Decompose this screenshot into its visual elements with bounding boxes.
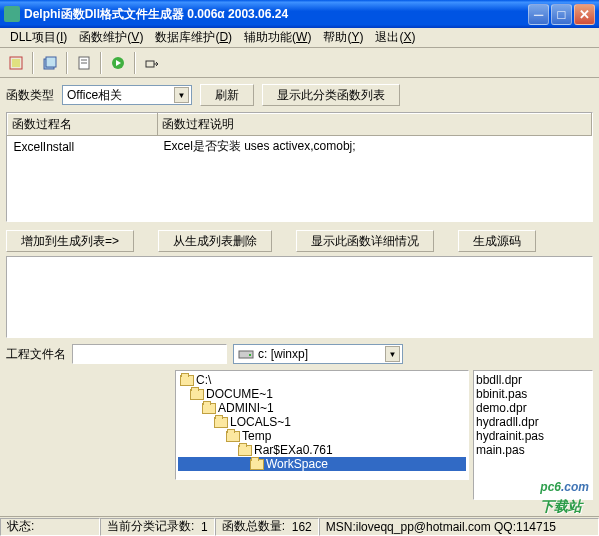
toolbar-separator bbox=[32, 52, 34, 74]
menu-exit[interactable]: 退出(X) bbox=[369, 27, 421, 48]
menubar: DLL项目(I) 函数维护(V) 数据库维护(D) 辅助功能(W) 帮助(Y) … bbox=[0, 28, 599, 48]
svg-rect-1 bbox=[12, 59, 20, 67]
folder-open-icon bbox=[214, 417, 228, 428]
folder-open-icon bbox=[226, 431, 240, 442]
status-state: 状态: bbox=[0, 518, 100, 536]
toolbar-btn-2[interactable] bbox=[38, 51, 62, 75]
list-item[interactable]: main.pas bbox=[476, 443, 590, 457]
function-type-combo[interactable]: Office相关 ▼ bbox=[62, 85, 192, 105]
dropdown-arrow-icon: ▼ bbox=[385, 346, 400, 362]
list-item[interactable]: demo.dpr bbox=[476, 401, 590, 415]
tree-item-selected[interactable]: WorkSpace bbox=[178, 457, 466, 471]
folder-open-icon bbox=[202, 403, 216, 414]
project-file-row: 工程文件名 c: [winxp] ▼ bbox=[0, 338, 599, 370]
menu-db-maint[interactable]: 数据库维护(D) bbox=[149, 27, 238, 48]
drive-combo[interactable]: c: [winxp] ▼ bbox=[233, 344, 403, 364]
menu-aux[interactable]: 辅助功能(W) bbox=[238, 27, 317, 48]
svg-rect-8 bbox=[146, 61, 154, 67]
action-row: 增加到生成列表=> 从生成列表删除 显示此函数详细情况 生成源码 bbox=[0, 222, 599, 256]
project-file-input[interactable] bbox=[72, 344, 227, 364]
function-table[interactable]: 函数过程名 函数过程说明 ExcelInstall Excel是否安装 uses… bbox=[6, 112, 593, 222]
table-row[interactable]: ExcelInstall Excel是否安装 uses activex,como… bbox=[8, 136, 592, 158]
cell-name: ExcelInstall bbox=[8, 136, 158, 158]
status-total-count: 函数总数量: 162 bbox=[215, 518, 319, 536]
toolbar-separator bbox=[66, 52, 68, 74]
show-detail-button[interactable]: 显示此函数详细情况 bbox=[296, 230, 434, 252]
toolbar-btn-4[interactable] bbox=[106, 51, 130, 75]
close-button[interactable]: ✕ bbox=[574, 4, 595, 25]
menu-dll-project[interactable]: DLL项目(I) bbox=[4, 27, 73, 48]
tree-item[interactable]: DOCUME~1 bbox=[178, 387, 466, 401]
toolbar-btn-5[interactable] bbox=[140, 51, 164, 75]
refresh-button[interactable]: 刷新 bbox=[200, 84, 254, 106]
tree-item[interactable]: ADMINI~1 bbox=[178, 401, 466, 415]
statusbar: 状态: 当前分类记录数: 1 函数总数量: 162 MSN:iloveqq_pp… bbox=[0, 516, 599, 536]
filter-row: 函数类型 Office相关 ▼ 刷新 显示此分类函数列表 bbox=[0, 78, 599, 112]
window-title: Delphi函数Dll格式文件生成器 0.006α 2003.06.24 bbox=[24, 6, 526, 23]
show-category-list-button[interactable]: 显示此分类函数列表 bbox=[262, 84, 400, 106]
generate-source-button[interactable]: 生成源码 bbox=[458, 230, 536, 252]
col-function-desc[interactable]: 函数过程说明 bbox=[158, 114, 592, 136]
svg-point-10 bbox=[249, 354, 251, 356]
file-panel: C:\ DOCUME~1 ADMINI~1 LOCALS~1 Temp Rar$… bbox=[0, 370, 599, 500]
toolbar bbox=[0, 48, 599, 78]
combo-value: Office相关 bbox=[67, 87, 174, 104]
file-list[interactable]: bbdll.dpr bbinit.pas demo.dpr hydradll.d… bbox=[473, 370, 593, 500]
toolbar-btn-1[interactable] bbox=[4, 51, 28, 75]
svg-rect-3 bbox=[46, 57, 56, 67]
folder-open-icon bbox=[238, 445, 252, 456]
menu-help[interactable]: 帮助(Y) bbox=[317, 27, 369, 48]
folder-open-icon bbox=[180, 375, 194, 386]
maximize-button[interactable]: □ bbox=[551, 4, 572, 25]
list-item[interactable]: bbinit.pas bbox=[476, 387, 590, 401]
folder-open-icon bbox=[190, 389, 204, 400]
tree-item[interactable]: Temp bbox=[178, 429, 466, 443]
status-category-count: 当前分类记录数: 1 bbox=[100, 518, 215, 536]
folder-open-icon bbox=[250, 459, 264, 470]
svg-rect-9 bbox=[239, 351, 253, 358]
remove-from-list-button[interactable]: 从生成列表删除 bbox=[158, 230, 272, 252]
tree-item[interactable]: LOCALS~1 bbox=[178, 415, 466, 429]
function-type-label: 函数类型 bbox=[6, 87, 54, 104]
col-function-name[interactable]: 函数过程名 bbox=[8, 114, 158, 136]
directory-tree[interactable]: C:\ DOCUME~1 ADMINI~1 LOCALS~1 Temp Rar$… bbox=[175, 370, 469, 480]
app-icon bbox=[4, 6, 20, 22]
drive-value: c: [winxp] bbox=[258, 347, 385, 361]
list-item[interactable]: hydrainit.pas bbox=[476, 429, 590, 443]
menu-function-maint[interactable]: 函数维护(V) bbox=[73, 27, 149, 48]
add-to-list-button[interactable]: 增加到生成列表=> bbox=[6, 230, 134, 252]
minimize-button[interactable]: ─ bbox=[528, 4, 549, 25]
list-item[interactable]: hydradll.dpr bbox=[476, 415, 590, 429]
project-file-label: 工程文件名 bbox=[6, 346, 66, 363]
dropdown-arrow-icon: ▼ bbox=[174, 87, 189, 103]
toolbar-separator bbox=[100, 52, 102, 74]
list-item[interactable]: bbdll.dpr bbox=[476, 373, 590, 387]
drive-icon bbox=[238, 348, 254, 360]
status-contact: MSN:iloveqq_pp@hotmail.com QQ:114715 bbox=[319, 518, 599, 536]
titlebar: Delphi函数Dll格式文件生成器 0.006α 2003.06.24 ─ □… bbox=[0, 0, 599, 28]
toolbar-separator bbox=[134, 52, 136, 74]
output-textarea[interactable] bbox=[6, 256, 593, 338]
tree-item[interactable]: C:\ bbox=[178, 373, 466, 387]
tree-item[interactable]: Rar$EXa0.761 bbox=[178, 443, 466, 457]
toolbar-btn-3[interactable] bbox=[72, 51, 96, 75]
cell-desc: Excel是否安装 uses activex,comobj; bbox=[158, 136, 592, 158]
